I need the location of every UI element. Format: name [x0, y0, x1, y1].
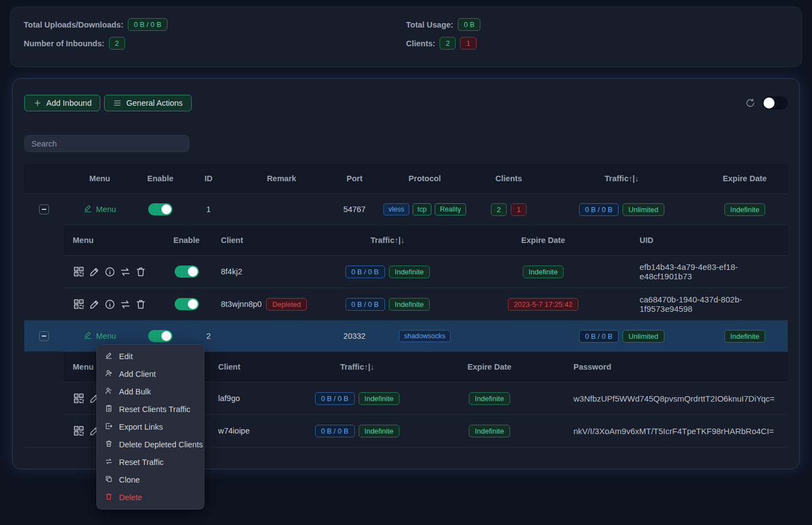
search-input[interactable] — [24, 135, 190, 152]
sub-header-password: Password — [562, 362, 788, 371]
context-menu-item-reset-traffic[interactable]: Reset Traffic — [97, 453, 204, 471]
sub-header-uid: UID — [629, 236, 788, 245]
qrcode-icon[interactable] — [73, 266, 85, 278]
collapse-row-button[interactable] — [39, 331, 49, 341]
plus-icon — [33, 99, 42, 107]
row-menu-label: Menu — [96, 205, 116, 214]
clients-active-count: 2 — [440, 37, 456, 50]
info-icon[interactable] — [104, 299, 116, 310]
number-of-inbounds-value: 2 — [109, 37, 125, 50]
header-remark: Remark — [232, 174, 331, 183]
enable-switch[interactable] — [148, 330, 172, 342]
row-menu-button[interactable]: Menu — [83, 204, 116, 215]
inbound-clients-depleted: 1 — [511, 203, 527, 216]
header-enable: Enable — [136, 174, 185, 183]
client-enable-switch[interactable] — [175, 298, 199, 310]
refresh-icon[interactable] — [745, 98, 756, 109]
total-uploads-downloads-value: 0 B / 0 B — [128, 18, 167, 31]
inbound-id: 1 — [185, 205, 232, 214]
client-row: 8t3wjnn8p0 Depleted 0 B / 0 B Indefinite… — [64, 288, 788, 320]
header-expire-date: Expire Date — [697, 174, 792, 183]
general-actions-label: General Actions — [126, 99, 182, 107]
delete-icon[interactable] — [135, 266, 147, 278]
client-expire: Indefinite — [523, 266, 564, 278]
reset-icon[interactable] — [120, 266, 131, 278]
context-menu-item-add-client[interactable]: Add Client — [97, 365, 204, 383]
enable-switch[interactable] — [148, 203, 172, 215]
header-id: ID — [185, 174, 232, 183]
client-name: laf9go — [218, 394, 240, 403]
clone-icon — [105, 475, 113, 485]
context-menu-item-reset-clients-traffic[interactable]: Reset Clients Traffic — [97, 400, 204, 418]
client-traffic-limit: Indefinite — [359, 425, 400, 437]
context-menu-item-delete[interactable]: Delete — [97, 489, 204, 506]
client-name: 8f4kj2 — [221, 267, 242, 276]
client-password: w3NfbzUPf5WWd745Q8pvsmQrdrttT2IO6knuI7Di… — [562, 394, 788, 403]
client-traffic: 0 B / 0 B — [345, 266, 385, 278]
client-uid: ca68470b-1940-437d-802b-1f9573e94598 — [629, 295, 788, 313]
client-expire: Indefinite — [469, 425, 510, 437]
add-inbound-button[interactable]: Add Inbound — [24, 95, 100, 111]
reset-icon[interactable] — [120, 299, 131, 310]
client-traffic: 0 B / 0 B — [315, 392, 355, 405]
inbound-id: 2 — [185, 332, 232, 340]
inbound-traffic-limit: Unlimited — [622, 330, 664, 343]
edit-icon[interactable] — [89, 266, 100, 278]
edit-icon[interactable] — [89, 299, 100, 310]
client-uid: efb14b43-4a79-4e83-ef18-e48cf1901b73 — [629, 262, 788, 281]
stats-card: Total Uploads/Downloads: 0 B / 0 B Numbe… — [10, 7, 802, 67]
qrcode-icon[interactable] — [73, 425, 85, 437]
reset-traffic-icon — [105, 457, 113, 467]
client-expire: 2023-5-7 17:25:42 — [508, 298, 578, 311]
transport-tag: tcp — [413, 203, 432, 215]
client-enable-switch[interactable] — [175, 266, 199, 278]
clients-header-row: Menu Enable Client Traffic↑|↓ Expire Dat… — [64, 225, 788, 255]
qrcode-icon[interactable] — [73, 298, 85, 310]
delete-icon[interactable] — [135, 299, 147, 310]
client-name: 8t3wjnn8p0 — [221, 300, 262, 308]
number-of-inbounds-label: Number of Inbounds: — [24, 39, 105, 48]
user-bulk-icon — [105, 387, 113, 397]
header-protocol: Protocol — [378, 174, 472, 183]
header-port: Port — [331, 174, 378, 183]
context-menu-item-delete-depleted-clients[interactable]: Delete Depleted Clients — [97, 436, 204, 453]
context-menu-item-edit[interactable]: Edit — [97, 348, 204, 365]
edit-icon — [105, 351, 113, 361]
client-expire: Indefinite — [469, 392, 510, 405]
sub-header-enable: Enable — [163, 236, 210, 245]
sub-header-traffic[interactable]: Traffic↑|↓ — [298, 362, 416, 371]
protocol-tag: shadowsocks — [399, 330, 450, 342]
client-traffic-limit: Indefinite — [389, 298, 430, 311]
context-menu-item-clone[interactable]: Clone — [97, 471, 204, 489]
menu-bars-icon — [113, 99, 122, 107]
total-uploads-downloads-label: Total Uploads/Downloads: — [24, 20, 123, 29]
context-menu-item-export-links[interactable]: Export Links — [97, 418, 204, 436]
sub-header-client: Client — [207, 362, 298, 371]
inbound-row-1: Menu 1 54767 vless tcp Reality 2 1 0 B /… — [24, 193, 788, 225]
edit-pencil-icon — [83, 204, 93, 215]
clients-subtable-1: Menu Enable Client Traffic↑|↓ Expire Dat… — [64, 225, 788, 320]
sub-header-menu: Menu — [64, 236, 163, 245]
general-actions-button[interactable]: General Actions — [104, 95, 191, 111]
inbound-port: 54767 — [331, 205, 378, 214]
info-icon[interactable] — [104, 266, 116, 278]
inbound-clients-active: 2 — [491, 203, 507, 216]
dark-mode-toggle[interactable] — [762, 96, 788, 110]
header-clients: Clients — [472, 174, 546, 183]
client-name: w74ioipe — [218, 426, 250, 435]
qrcode-icon[interactable] — [73, 392, 85, 404]
sub-header-traffic[interactable]: Traffic↑|↓ — [317, 236, 458, 245]
client-traffic-limit: Indefinite — [389, 266, 430, 278]
header-menu: Menu — [64, 174, 136, 183]
inbound-traffic: 0 B / 0 B — [579, 203, 619, 216]
inbound-context-menu: Edit Add Client Add Bulk Reset Clients T… — [96, 344, 204, 510]
client-row: 8f4kj2 0 B / 0 B Indefinite Indefinite e… — [64, 255, 788, 288]
context-menu-item-add-bulk[interactable]: Add Bulk — [97, 383, 204, 400]
collapse-row-button[interactable] — [39, 204, 49, 214]
inbound-port: 20332 — [331, 332, 378, 340]
total-usage-label: Total Usage: — [406, 20, 453, 29]
row-menu-button[interactable]: Menu — [83, 331, 116, 342]
header-traffic[interactable]: Traffic↑|↓ — [546, 174, 697, 183]
inbound-expire: Indefinite — [724, 203, 766, 216]
security-tag: Reality — [435, 203, 465, 215]
